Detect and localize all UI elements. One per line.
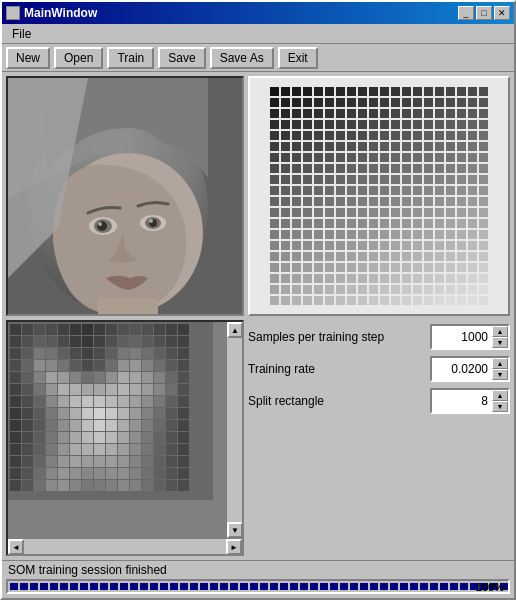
svg-rect-208: [10, 480, 21, 491]
som-cell: [336, 87, 345, 96]
som-cell: [380, 263, 389, 272]
scroll-left-button[interactable]: ◄: [8, 539, 24, 555]
minimize-button[interactable]: _: [458, 6, 474, 20]
svg-rect-18: [70, 324, 81, 335]
toolbar-save-as-button[interactable]: Save As: [210, 47, 274, 69]
toolbar-train-button[interactable]: Train: [107, 47, 154, 69]
som-cell: [479, 87, 488, 96]
svg-rect-182: [58, 456, 69, 467]
som-cell: [413, 164, 422, 173]
samples-spinbox: ▲ ▼: [430, 324, 510, 350]
training-rate-spin-down[interactable]: ▼: [492, 369, 508, 380]
som-cell: [380, 219, 389, 228]
svg-rect-45: [34, 348, 45, 359]
progress-segment: [50, 583, 58, 590]
svg-rect-90: [34, 384, 45, 395]
training-rate-spin-up[interactable]: ▲: [492, 358, 508, 369]
som-cell: [380, 197, 389, 206]
som-cell: [479, 153, 488, 162]
som-cell: [314, 219, 323, 228]
svg-rect-172: [118, 444, 129, 455]
som-cell: [336, 120, 345, 129]
toolbar-open-button[interactable]: Open: [54, 47, 103, 69]
training-rate-input[interactable]: [432, 358, 492, 380]
samples-spin-up[interactable]: ▲: [492, 326, 508, 337]
toolbar-exit-button[interactable]: Exit: [278, 47, 318, 69]
samples-input[interactable]: [432, 326, 492, 348]
progress-segment: [70, 583, 78, 590]
som-cell: [336, 98, 345, 107]
scroll-h-track[interactable]: [24, 539, 226, 555]
svg-rect-129: [142, 408, 153, 419]
split-rect-spin-down[interactable]: ▼: [492, 401, 508, 412]
som-cell: [413, 131, 422, 140]
svg-rect-122: [58, 408, 69, 419]
svg-rect-190: [154, 456, 165, 467]
som-weights-panel: [248, 76, 510, 316]
svg-rect-124: [82, 408, 93, 419]
toolbar-new-button[interactable]: New: [6, 47, 50, 69]
som-cell: [457, 274, 466, 283]
svg-rect-41: [166, 336, 177, 347]
menu-file[interactable]: File: [6, 26, 37, 42]
som-cell: [402, 296, 411, 305]
som-cell: [468, 142, 477, 151]
svg-rect-58: [10, 360, 21, 371]
som-cell: [270, 87, 279, 96]
progress-segment: [160, 583, 168, 590]
progress-segment: [400, 583, 408, 590]
maximize-button[interactable]: □: [476, 6, 492, 20]
svg-rect-156: [106, 432, 117, 443]
som-cell: [292, 109, 301, 118]
som-cell: [347, 208, 356, 217]
svg-rect-51: [106, 348, 117, 359]
split-rect-control-row: Split rectangle ▲ ▼: [248, 388, 510, 414]
som-cell: [380, 285, 389, 294]
svg-rect-101: [166, 384, 177, 395]
scroll-up-button[interactable]: ▲: [227, 322, 242, 338]
som-cell: [413, 175, 422, 184]
window-title: MainWindow: [24, 6, 97, 20]
progress-segment: [30, 583, 38, 590]
toolbar: New Open Train Save Save As Exit: [2, 44, 514, 72]
som-cell: [270, 153, 279, 162]
split-rect-spin-up[interactable]: ▲: [492, 390, 508, 401]
svg-rect-23: [130, 324, 141, 335]
som-cell: [402, 263, 411, 272]
svg-rect-30: [34, 336, 45, 347]
som-cell: [391, 87, 400, 96]
som-cell: [314, 186, 323, 195]
close-button[interactable]: ✕: [494, 6, 510, 20]
svg-rect-222: [178, 480, 189, 491]
progress-segment: [420, 583, 428, 590]
svg-rect-188: [130, 456, 141, 467]
scroll-down-button[interactable]: ▼: [227, 522, 242, 538]
som-cell: [468, 109, 477, 118]
som-cell: [358, 208, 367, 217]
svg-rect-127: [118, 408, 129, 419]
samples-spin-down[interactable]: ▼: [492, 337, 508, 348]
svg-rect-78: [70, 372, 81, 383]
som-cell: [369, 175, 378, 184]
som-cell: [479, 252, 488, 261]
som-cell: [424, 153, 433, 162]
split-rect-input[interactable]: [432, 390, 492, 412]
scroll-v-track[interactable]: [227, 338, 242, 522]
progress-segment: [150, 583, 158, 590]
svg-rect-199: [82, 468, 93, 479]
svg-rect-132: [178, 408, 189, 419]
svg-rect-158: [130, 432, 141, 443]
progress-segment: [180, 583, 188, 590]
toolbar-save-button[interactable]: Save: [158, 47, 205, 69]
som-cell: [347, 186, 356, 195]
svg-rect-217: [118, 480, 129, 491]
som-cell: [424, 263, 433, 272]
scroll-right-button[interactable]: ►: [226, 539, 242, 555]
svg-rect-62: [58, 360, 69, 371]
svg-rect-100: [154, 384, 165, 395]
som-cell: [380, 142, 389, 151]
som-cell: [402, 175, 411, 184]
svg-rect-205: [154, 468, 165, 479]
svg-rect-96: [106, 384, 117, 395]
progress-label: 100%: [476, 581, 504, 593]
